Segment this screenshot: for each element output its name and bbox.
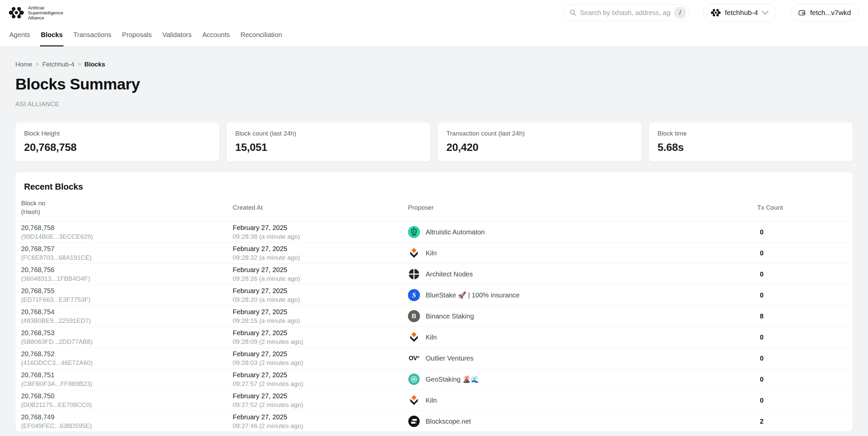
breadcrumb-fetchhub[interactable]: Fetchhub-4: [42, 61, 74, 68]
tx-count: 2: [757, 418, 852, 425]
created-date: February 27, 2025: [233, 392, 408, 400]
proposer-link[interactable]: Altruistic Automaton: [408, 226, 757, 238]
kiln-logo-icon: [408, 247, 420, 259]
block-number-link[interactable]: 20,768,751: [21, 371, 233, 379]
brand-name: Artificial Superintelligence Alliance: [28, 5, 63, 20]
proposer-link[interactable]: GeoStaking 🌋🌊: [408, 373, 757, 385]
block-number-link[interactable]: 20,768,756: [21, 266, 233, 274]
block-hash: (ED71F663...E3F7753F): [21, 296, 233, 304]
search-input[interactable]: [580, 9, 671, 17]
tab-validators[interactable]: Validators: [162, 31, 192, 46]
breadcrumb-home[interactable]: Home: [16, 61, 32, 68]
block-number-link[interactable]: 20,768,758: [21, 224, 233, 232]
table-row[interactable]: 20,768,755 (ED71F663...E3F7753F) Februar…: [16, 284, 852, 306]
created-date: February 27, 2025: [233, 266, 408, 274]
block-number-link[interactable]: 20,768,754: [21, 308, 233, 316]
tx-count: 0: [757, 249, 852, 257]
tab-proposals[interactable]: Proposals: [122, 31, 153, 46]
table-row[interactable]: 20,768,754 (483B0BE9...22591ED7) Februar…: [16, 306, 852, 326]
proposer-link[interactable]: OV° Outlier Ventures: [408, 352, 757, 364]
block-number-link[interactable]: 20,768,757: [21, 245, 233, 253]
proposer-name: Blockscope.net: [426, 418, 471, 425]
chain-selector-label: fetchhub-4: [725, 9, 758, 17]
search-bar[interactable]: /: [563, 4, 689, 21]
proposer-name: Binance Staking: [426, 312, 474, 320]
proposer-link[interactable]: Architect Nodes: [408, 268, 757, 280]
block-hash: (EF049FEC...638D595E): [21, 422, 233, 430]
breadcrumb-separator: >: [36, 61, 39, 68]
created-date: February 27, 2025: [233, 287, 408, 295]
wallet-icon: [798, 9, 806, 17]
tab-reconciliation[interactable]: Reconciliation: [240, 31, 283, 46]
chain-selector[interactable]: fetchhub-4: [703, 4, 776, 21]
bluestake-logo-icon: S: [408, 289, 420, 301]
created-time: 09:28:20 (a minute ago): [233, 296, 408, 304]
column-header-tx: Tx Count: [757, 204, 852, 211]
proposer-link[interactable]: B Binance Staking: [408, 310, 757, 322]
block-hash: (483B0BE9...22591ED7): [21, 317, 233, 324]
proposer-link[interactable]: S BlueStake 🚀 | 100% insurance: [408, 289, 757, 301]
created-time: 09:27:57 (2 minutes ago): [233, 380, 408, 387]
created-date: February 27, 2025: [233, 329, 408, 337]
column-header-block: Block no (Hash): [21, 199, 233, 216]
architect-nodes-logo-icon: [408, 268, 420, 280]
proposer-name: BlueStake 🚀 | 100% insurance: [426, 291, 520, 299]
stat-label: Transaction count (last 24h): [446, 130, 633, 137]
tx-count: 8: [757, 312, 852, 320]
kiln-logo-icon: [408, 331, 420, 343]
breadcrumb: Home > Fetchhub-4 > Blocks: [16, 61, 852, 68]
outlier-ventures-logo-icon: OV°: [408, 352, 420, 364]
table-row[interactable]: 20,768,749 (EF049FEC...638D595E) Februar…: [16, 411, 852, 432]
table-row[interactable]: 20,768,756 (36048313...1FBB4D4F) Februar…: [16, 263, 852, 284]
proposer-name: GeoStaking 🌋🌊: [426, 375, 479, 383]
created-time: 09:28:09 (2 minutes ago): [233, 338, 408, 345]
table-row[interactable]: 20,768,750 (D0B21175...EE708CC0) Februar…: [16, 390, 852, 411]
table-row[interactable]: 20,768,751 (CBFB0F3A...FF889B23) Februar…: [16, 369, 852, 390]
proposer-name: Altruistic Automaton: [426, 228, 485, 236]
stat-value: 20,420: [446, 141, 633, 154]
stat-value: 15,051: [235, 141, 422, 154]
block-number-link[interactable]: 20,768,750: [21, 392, 233, 400]
breadcrumb-separator: >: [78, 61, 81, 68]
proposer-link[interactable]: Kiln: [408, 394, 757, 406]
created-date: February 27, 2025: [233, 224, 408, 232]
tx-count: 0: [757, 228, 852, 236]
asi-alliance-logo-icon: [9, 6, 24, 19]
block-number-link[interactable]: 20,768,755: [21, 287, 233, 295]
table-row[interactable]: 20,768,758 (99D14B0E...3ECCE629) Februar…: [16, 221, 852, 242]
block-hash: (CBFB0F3A...FF889B23): [21, 380, 233, 387]
kiln-logo-icon: [408, 394, 420, 406]
proposer-name: Kiln: [426, 397, 437, 404]
table-row[interactable]: 20,768,752 (416DDCC3...46E72A60) Februar…: [16, 347, 852, 369]
block-number-link[interactable]: 20,768,749: [21, 413, 233, 421]
tx-count: 0: [757, 376, 852, 383]
block-hash: (D0B21175...EE708CC0): [21, 401, 233, 409]
created-date: February 27, 2025: [233, 413, 408, 421]
tx-count: 0: [757, 291, 852, 299]
tab-transactions[interactable]: Transactions: [73, 31, 112, 46]
brand-logo[interactable]: Artificial Superintelligence Alliance: [9, 5, 63, 20]
created-date: February 27, 2025: [233, 371, 408, 379]
block-hash: (99D14B0E...3ECCE629): [21, 233, 233, 240]
proposer-link[interactable]: Kiln: [408, 247, 757, 259]
proposer-link[interactable]: Kiln: [408, 331, 757, 343]
proposer-name: Kiln: [426, 249, 437, 257]
top-header: Artificial Superintelligence Alliance /: [0, 0, 868, 25]
tab-blocks[interactable]: Blocks: [40, 31, 63, 46]
page-content: Home > Fetchhub-4 > Blocks Blocks Summar…: [0, 47, 868, 432]
table-row[interactable]: 20,768,757 (FC6E8703...68A191CE) Februar…: [16, 242, 852, 263]
proposer-link[interactable]: Blockscope.net: [408, 415, 757, 427]
tx-count: 0: [757, 334, 852, 341]
tab-agents[interactable]: Agents: [9, 31, 31, 46]
stat-label: Block Height: [24, 130, 211, 137]
proposer-name: Architect Nodes: [426, 271, 473, 278]
table-row[interactable]: 20,768,753 (5B8063FD...2DD77AB8) Februar…: [16, 326, 852, 347]
tab-accounts[interactable]: Accounts: [202, 31, 230, 46]
wallet-button[interactable]: fetch...v7wkd: [790, 4, 859, 21]
created-date: February 27, 2025: [233, 245, 408, 253]
block-number-link[interactable]: 20,768,753: [21, 329, 233, 337]
proposer-name: Outlier Ventures: [426, 354, 473, 362]
block-number-link[interactable]: 20,768,752: [21, 350, 233, 358]
stat-label: Block time: [658, 130, 844, 137]
stats-row: Block Height 20,768,758 Block count (las…: [16, 123, 852, 162]
